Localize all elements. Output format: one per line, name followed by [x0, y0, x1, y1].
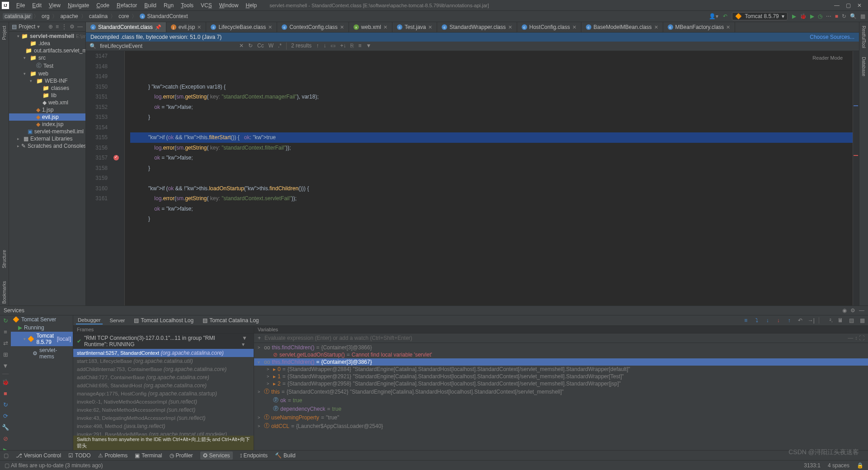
variable-item[interactable]: >ⓕ oldCCL = {Launcher$AppClassLoader@254…: [254, 422, 868, 430]
variable-item[interactable]: >▸ 0 = {StandardWrapper@2884} "StandardE…: [254, 366, 868, 373]
tree-node[interactable]: ⓒTest: [9, 61, 85, 70]
variable-item[interactable]: >▸ 1 = {StandardWrapper@2921} "StandardE…: [254, 373, 868, 380]
find-next-icon[interactable]: ↓: [323, 42, 326, 50]
profiler-icon[interactable]: ◷: [818, 13, 822, 19]
find-sort-icon[interactable]: ≡: [358, 42, 361, 50]
frame-item[interactable]: addChildInternal:753, ContainerBase (org…: [73, 365, 254, 373]
tab-close-icon[interactable]: ✕: [572, 24, 576, 30]
find-select-icon[interactable]: ▭: [330, 42, 335, 50]
tree-node[interactable]: ▸▦External Libraries: [9, 135, 85, 142]
tab-close-icon[interactable]: ✕: [508, 24, 512, 30]
svc-mute-icon[interactable]: ⊘: [3, 435, 8, 442]
variable-item[interactable]: >oo this.findChildren() = {Container[3]@…: [254, 344, 868, 351]
tree-node[interactable]: 📁.idea: [9, 40, 85, 47]
tree-node[interactable]: ◆index.jsp: [9, 121, 85, 128]
crumb-2[interactable]: apache: [58, 13, 80, 19]
tab-debugger[interactable]: Debugger: [76, 316, 103, 324]
frame-item[interactable]: invoke:291, BaseModelMBean (org.apache.t…: [73, 430, 254, 436]
frame-item[interactable]: start:183, LifecycleBase (org.apache.cat…: [73, 357, 254, 365]
maximize-icon[interactable]: ▢: [846, 2, 851, 9]
eval-input[interactable]: + Evaluate expression (Enter) or add a w…: [254, 334, 868, 343]
expand-icon[interactable]: ≡: [56, 24, 59, 30]
tree-node[interactable]: ▣servlet-memshell.iml: [9, 128, 85, 135]
thread-selector[interactable]: ✔"RMI TCP Connection(3)-127.0.0.1"...11 …: [73, 334, 254, 349]
tab-close-icon[interactable]: ✕: [197, 24, 201, 30]
tab-close-icon[interactable]: ✕: [383, 24, 387, 30]
collapse-icon[interactable]: ⋮: [61, 24, 67, 30]
rail-project[interactable]: Project: [2, 24, 7, 42]
find-word-icon[interactable]: W: [269, 42, 274, 50]
frame-item[interactable]: startInternal:5257, StandardContext (org…: [73, 349, 254, 357]
editor-tab[interactable]: cStandardWrapper.class✕: [437, 22, 517, 32]
tb-todo[interactable]: ☑TODO: [68, 452, 90, 459]
reload-icon[interactable]: ↻: [842, 13, 846, 19]
hide-icon[interactable]: —: [77, 24, 83, 30]
eval-icon[interactable]: 🖩: [837, 317, 844, 324]
crumb-3[interactable]: catalina: [87, 13, 109, 19]
lock-icon[interactable]: 🔒: [857, 462, 863, 469]
tab-localhost-log[interactable]: ▤Tomcat Localhost Log: [132, 316, 195, 324]
menu-help[interactable]: Help: [242, 1, 260, 9]
svc-gear-icon[interactable]: ⚙: [850, 307, 855, 314]
tb-problems[interactable]: ⚠Problems: [98, 452, 128, 459]
find-all-icon[interactable]: ⎘: [350, 42, 354, 50]
menu-vcs[interactable]: VCS: [197, 1, 216, 9]
editor-tab[interactable]: cHostConfig.class✕: [517, 22, 581, 32]
editor-tab[interactable]: cContextConfig.class✕: [277, 22, 349, 32]
find-history-icon[interactable]: ↻: [248, 42, 253, 50]
frame-item[interactable]: addChild:727, ContainerBase (org.apache.…: [73, 373, 254, 381]
close-icon[interactable]: ✕: [857, 2, 862, 9]
run-config-selector[interactable]: 🔶 Tomcat 8.5.79 ▾: [732, 12, 787, 20]
tb-profiler[interactable]: ◷Profiler: [170, 452, 193, 459]
svc-t3-icon[interactable]: ⊞: [3, 351, 8, 358]
svc-layout-icon[interactable]: ◉: [842, 307, 847, 314]
find-regex-icon[interactable]: .*: [278, 42, 282, 50]
drop-frame-icon[interactable]: ↶: [797, 317, 803, 324]
svc-debug-icon[interactable]: 🐞: [2, 379, 9, 385]
editor-tab[interactable]: cMBeanFactory.class✕: [663, 22, 736, 32]
tb-terminal[interactable]: ▣Terminal: [135, 452, 162, 459]
menu-build[interactable]: Build: [141, 1, 160, 9]
tree-node[interactable]: 📁classes: [9, 85, 85, 92]
tb-vcs[interactable]: ⎇Version Control: [16, 452, 61, 459]
find-add-sel-icon[interactable]: +↓: [340, 42, 346, 50]
stop-icon[interactable]: ■: [835, 13, 838, 19]
tab-close-icon[interactable]: ✕: [428, 24, 432, 30]
find-prev-icon[interactable]: ↑: [316, 42, 319, 50]
tree-node[interactable]: ◆evil.jsp: [9, 113, 85, 121]
search-icon[interactable]: 🔍: [850, 13, 857, 19]
editor-tab[interactable]: jevil.jsp✕: [166, 22, 207, 32]
indent-info[interactable]: 4 spaces: [828, 462, 849, 469]
menu-window[interactable]: Window: [216, 1, 242, 9]
frame-item[interactable]: addChild:695, StandardHost (org.apache.c…: [73, 381, 254, 390]
frame-item[interactable]: invoke:43, DelegatingMethodAccessorImpl …: [73, 414, 254, 422]
code-editor[interactable]: Reader Mode } "kw">catch (Exception var1…: [125, 51, 853, 306]
rail-restful[interactable]: RestfulTool: [861, 24, 866, 50]
back-icon[interactable]: ↶: [723, 13, 727, 19]
tb-build[interactable]: 🔨Build: [275, 452, 296, 459]
variable-item[interactable]: >▸ 2 = {StandardWrapper@2958} "StandardE…: [254, 380, 868, 387]
svc-update-icon[interactable]: ⟳: [3, 413, 8, 419]
find-filter-icon[interactable]: ▼: [366, 42, 371, 50]
tree-node[interactable]: ▸✎Scratches and Consoles: [9, 142, 85, 150]
rail-database[interactable]: Database: [861, 55, 866, 78]
menu-refactor[interactable]: Refactor: [113, 1, 141, 9]
choose-sources-link[interactable]: Choose Sources...: [810, 34, 854, 40]
line-gutter[interactable]: 3147314831493150315131523153315431553156…: [86, 51, 111, 306]
editor-tab[interactable]: cStandardContext.class📌: [86, 22, 166, 32]
editor-tab[interactable]: cBaseModelMBean.class✕: [581, 22, 663, 32]
force-into-icon[interactable]: ↓: [775, 317, 782, 324]
tree-node[interactable]: 📁lib: [9, 92, 85, 99]
crumb-0[interactable]: catalina.jar: [3, 13, 33, 19]
tab-server[interactable]: Server: [108, 317, 127, 324]
tree-node[interactable]: ◆web.xml: [9, 99, 85, 106]
menu-file[interactable]: File: [13, 1, 28, 9]
tb-services[interactable]: ✪Services: [200, 451, 233, 460]
find-close-icon[interactable]: ✕: [239, 42, 244, 50]
project-tree[interactable]: ▾📁servlet-memshell E:\javasec-en📁.idea📁o…: [9, 32, 85, 306]
find-case-icon[interactable]: Cc: [257, 42, 264, 50]
select-opened-icon[interactable]: ⊕: [48, 24, 53, 30]
tree-node[interactable]: ▾📁web: [9, 70, 85, 77]
tree-node[interactable]: ▾📁src: [9, 54, 85, 61]
svc-filter-icon[interactable]: ▼: [3, 362, 9, 369]
